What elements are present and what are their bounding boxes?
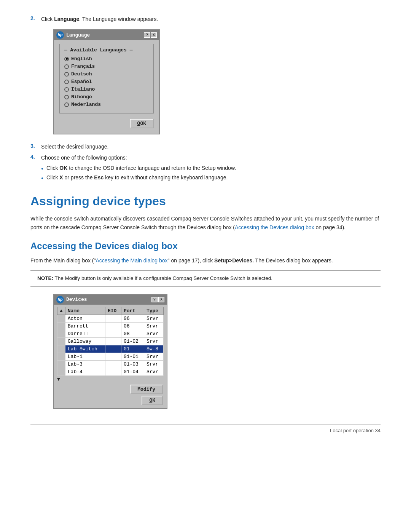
sort-icon-header: ▲	[57, 307, 65, 315]
cell-eid	[105, 330, 121, 337]
step-num-2: 2.	[30, 15, 41, 21]
row-sort-cell	[57, 315, 65, 322]
devices-dialog-title: Devices	[66, 297, 87, 302]
ok-label: OK	[140, 121, 146, 126]
ok-row: OOK	[59, 119, 154, 128]
sub-option-2-text: Click X or press the Esc key to exit wit…	[46, 174, 228, 182]
devices-ok-label: K	[152, 398, 155, 403]
language-options: EnglishFrançaisDeutschEspañolItalianoNih…	[64, 56, 149, 107]
titlebar-left: hp Language	[56, 31, 90, 39]
ok-button[interactable]: OOK	[130, 119, 154, 128]
lang-option-nihongo[interactable]: Nihongo	[64, 94, 149, 100]
devices-table-wrapper: ▲ Name EID Port Type Acton06SrvrBarrett0…	[54, 305, 167, 376]
lang-option-franais[interactable]: Français	[64, 64, 149, 69]
sub-option-1-text: Click OK to change the OSD interface lan…	[46, 164, 236, 172]
row-sort-cell	[57, 330, 65, 337]
devices-close-button[interactable]: X	[158, 297, 164, 302]
row-sort-cell	[57, 360, 65, 368]
lang-option-espaol[interactable]: Español	[64, 79, 149, 85]
cell-port: 01-04	[121, 368, 144, 375]
table-row[interactable]: Lab Switch01Sw-8	[57, 345, 164, 353]
cell-eid	[105, 360, 121, 368]
devices-dialog: hp Devices ? X ▲ Name EID Port Type	[53, 294, 167, 409]
sub-body-text3: The Devices dialog box appears.	[254, 257, 333, 264]
close-button[interactable]: X	[151, 32, 157, 38]
cell-port: 01-01	[121, 353, 144, 360]
devices-scroll-row: ▼	[54, 376, 167, 382]
main-link-text: Accessing the Main dialog box	[96, 257, 168, 264]
lang-option-english[interactable]: English	[64, 56, 149, 62]
devices-ok-button[interactable]: OK	[142, 396, 163, 405]
radio-nihongo[interactable]	[64, 95, 69, 99]
section-sub-heading: Accessing the Devices dialog box	[30, 241, 381, 252]
cell-port: 01-03	[121, 360, 144, 368]
titlebar-buttons: ? X	[144, 32, 157, 38]
col-type-header: Type	[144, 307, 163, 315]
cell-name: Darrell	[65, 330, 105, 337]
lang-option-deutsch[interactable]: Deutsch	[64, 71, 149, 77]
section-main-body2-text: on page 34).	[314, 224, 346, 230]
radio-franais[interactable]	[64, 64, 69, 69]
row-sort-cell	[57, 322, 65, 330]
col-name-header: Name	[65, 307, 105, 315]
radio-nederlands[interactable]	[64, 102, 69, 107]
modify-label: Modify	[137, 387, 155, 392]
language-dialog-titlebar: hp Language ? X	[54, 30, 159, 40]
cell-eid	[105, 322, 121, 330]
table-row[interactable]: Galloway01-02Srvr	[57, 337, 164, 345]
row-sort-cell	[57, 337, 65, 345]
cell-type: Srvr	[144, 322, 163, 330]
cell-type: Srvr	[144, 353, 163, 360]
devices-dialog-wrapper: hp Devices ? X ▲ Name EID Port Type	[53, 294, 381, 409]
help-button[interactable]: ?	[144, 32, 150, 38]
language-dialog-content: — Available Languages — EnglishFrançaisD…	[54, 40, 159, 134]
table-row[interactable]: Darrell08Srvr	[57, 330, 164, 337]
sub-option-1: ● Click OK to change the OSD interface l…	[41, 164, 236, 172]
cell-name: Lab-1	[65, 353, 105, 360]
devices-titlebar-buttons: ? X	[151, 297, 164, 302]
devices-help-button[interactable]: ?	[151, 297, 158, 302]
cell-type: Sw-8	[144, 345, 163, 353]
table-row[interactable]: Barrett06Srvr	[57, 322, 164, 330]
devices-dialog-link[interactable]: Accessing the Devices dialog box	[235, 224, 314, 230]
main-dialog-link[interactable]: Accessing the Main dialog box	[96, 257, 168, 264]
cell-name: Galloway	[65, 337, 105, 345]
lang-option-nederlands[interactable]: Nederlands	[64, 102, 149, 107]
step-num-4: 4.	[30, 154, 41, 160]
step-3-text: Select the desired language.	[41, 143, 108, 151]
cell-eid	[105, 345, 121, 353]
page-footer: Local port operation 34	[30, 424, 381, 433]
table-row[interactable]: Acton06Srvr	[57, 315, 164, 322]
cell-port: 06	[121, 322, 144, 330]
radio-italiano[interactable]	[64, 87, 69, 92]
table-row[interactable]: Lab-101-01Srvr	[57, 353, 164, 360]
modify-button[interactable]: Modify	[130, 385, 163, 394]
cell-eid	[105, 337, 121, 345]
cell-eid	[105, 315, 121, 322]
language-group-title: — Available Languages —	[64, 47, 149, 53]
table-row[interactable]: Lab-301-03Srvr	[57, 360, 164, 368]
lang-option-italiano[interactable]: Italiano	[64, 86, 149, 92]
cell-eid	[105, 368, 121, 375]
devices-titlebar-left: hp Devices	[56, 296, 87, 304]
scroll-down-icon[interactable]: ▼	[57, 377, 60, 382]
devices-hp-logo: hp	[56, 296, 64, 304]
row-sort-cell	[57, 353, 65, 360]
radio-deutsch[interactable]	[64, 72, 69, 77]
radio-espaol[interactable]	[64, 80, 69, 84]
sub-option-2: ● Click X or press the Esc key to exit w…	[41, 174, 236, 182]
sub-options-list: ● Click OK to change the OSD interface l…	[41, 164, 236, 182]
cell-eid	[105, 353, 121, 360]
footer-text: Local port operation 34	[330, 428, 381, 433]
devices-table-body: Acton06SrvrBarrett06SrvrDarrell08SrvrGal…	[57, 315, 164, 375]
row-sort-cell	[57, 368, 65, 375]
row-sort-cell	[57, 345, 65, 353]
cell-type: Srvr	[144, 360, 163, 368]
devices-link-text: Accessing the Devices dialog box	[235, 224, 314, 230]
radio-english[interactable]	[64, 57, 69, 61]
language-dialog-wrapper: hp Language ? X — Available Languages — …	[53, 29, 381, 134]
cell-type: Srvr	[144, 315, 163, 322]
bullet-2: ●	[41, 175, 43, 181]
table-row[interactable]: Lab-401-04Srvr	[57, 368, 164, 375]
cell-port: 06	[121, 315, 144, 322]
